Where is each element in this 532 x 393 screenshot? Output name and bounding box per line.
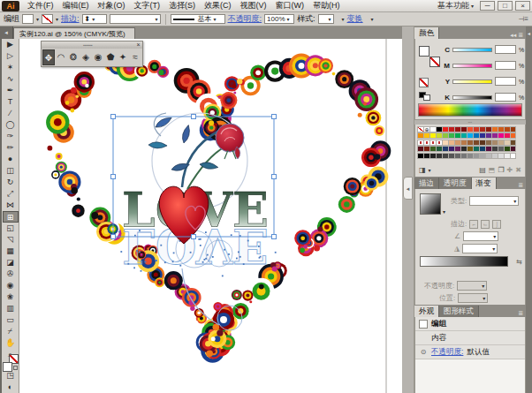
new-color-group-button[interactable]: ❐ — [498, 166, 504, 174]
stroke-weight-input[interactable]: ⬍▾ — [82, 14, 107, 24]
collapse-icon[interactable]: ◂◂ — [510, 32, 516, 38]
minimize-button[interactable]: ─ — [480, 1, 495, 11]
pencil-tool[interactable]: ✏ — [3, 142, 19, 154]
aspect-ratio-input[interactable]: ▾ — [462, 244, 498, 253]
swatch[interactable] — [473, 146, 479, 152]
chevron-down-icon[interactable]: ▾ — [371, 16, 374, 22]
variable-width-profile-select[interactable]: ▾ — [110, 14, 161, 24]
perspective-grid-tool[interactable]: ◹ — [3, 234, 19, 246]
swatch[interactable] — [467, 153, 473, 159]
rose[interactable] — [148, 113, 244, 189]
tab-color[interactable]: 颜色 — [414, 27, 439, 39]
swatch[interactable] — [504, 140, 510, 146]
transform-link[interactable]: 变换 — [347, 13, 363, 25]
eyedropper-tool[interactable]: ✇ — [3, 268, 19, 280]
channel-value-input[interactable] — [495, 45, 516, 54]
chevron-down-icon[interactable]: ▾ — [342, 16, 345, 22]
shape-builder-tool[interactable]: ◱ — [3, 223, 19, 234]
menu-item-6[interactable]: 视图(V) — [236, 0, 271, 11]
stroke-along-button[interactable]: ⌙ — [481, 220, 490, 229]
swatch[interactable] — [429, 153, 436, 159]
chevron-down-icon[interactable]: ▾ — [443, 208, 445, 215]
stroke-across-button[interactable]: ⌡ — [492, 220, 501, 229]
swatch[interactable] — [479, 132, 485, 139]
swatch[interactable] — [479, 126, 485, 132]
gradient-type-select[interactable]: ▾ — [469, 196, 519, 206]
hand-tool[interactable]: ✋ — [3, 337, 19, 349]
panel-menu-icon[interactable]: ≣ — [518, 182, 523, 188]
appearance-row-group[interactable]: 编组 — [415, 317, 525, 331]
channel-value-input[interactable] — [495, 77, 516, 86]
swatch[interactable] — [460, 146, 467, 152]
stroke-link[interactable]: 描边: — [61, 13, 80, 25]
swatch[interactable] — [423, 132, 429, 139]
swatch[interactable] — [479, 153, 485, 159]
swatch[interactable] — [454, 153, 460, 159]
scale-tool[interactable]: ⤢ — [3, 188, 19, 200]
swatch[interactable] — [448, 146, 454, 152]
fill-proxy[interactable] — [3, 362, 12, 372]
pucker-tool[interactable]: ◈ — [80, 49, 92, 65]
swatch[interactable] — [454, 140, 460, 146]
lasso-tool[interactable]: ∿ — [3, 73, 19, 85]
tab-gradient[interactable]: 渐变 — [472, 178, 497, 189]
swatch[interactable] — [510, 146, 516, 152]
swatch[interactable] — [417, 132, 423, 139]
swatch[interactable] — [442, 132, 448, 139]
swatch[interactable] — [498, 140, 504, 146]
swatch[interactable] — [417, 153, 423, 159]
swatch[interactable] — [448, 153, 454, 159]
panel-menu-icon[interactable]: ≣ — [518, 310, 523, 316]
close-icon[interactable]: × — [134, 42, 142, 49]
swatch[interactable] — [485, 146, 491, 152]
menu-item-4[interactable]: 选择(S) — [164, 0, 200, 11]
selection-handle[interactable] — [272, 175, 277, 179]
chevron-down-icon[interactable]: ▾ — [56, 16, 58, 22]
swatch[interactable] — [442, 146, 448, 152]
angle-input[interactable]: ▾ — [463, 231, 498, 241]
selection-handle[interactable] — [272, 115, 277, 119]
menu-item-8[interactable]: 帮助(H) — [308, 0, 345, 11]
swatch[interactable] — [467, 126, 473, 132]
gradient-thumbnail[interactable] — [420, 193, 441, 215]
workspace-switcher[interactable]: 基本功能 ▾ — [434, 0, 477, 11]
black-white-swatches[interactable] — [419, 92, 431, 101]
swatch[interactable] — [448, 132, 454, 139]
wrinkle-tool[interactable]: ≈ — [129, 49, 141, 65]
selection-handle[interactable] — [111, 175, 116, 179]
swatch[interactable] — [479, 140, 485, 146]
stepper-icon[interactable]: ⬍ — [85, 15, 91, 23]
rectangle-tool[interactable]: ◯ — [3, 119, 19, 131]
artboard[interactable]: LOVE LOVE — [19, 39, 402, 393]
dock-edge[interactable]: ◂ — [526, 26, 532, 393]
swatch[interactable] — [436, 126, 442, 132]
opacity-input[interactable]: 100%▾ — [264, 14, 294, 24]
width-tool[interactable]: ⋈ — [3, 200, 19, 211]
swatch[interactable] — [504, 153, 510, 159]
menu-item-2[interactable]: 对象(O) — [94, 0, 130, 11]
swatch[interactable] — [485, 132, 491, 139]
swatch[interactable] — [442, 140, 448, 146]
tab-graphic-styles[interactable]: 图形样式 — [439, 306, 479, 317]
tab-stroke[interactable]: 描边 — [414, 178, 439, 189]
selection-handle[interactable] — [192, 115, 196, 119]
selection-handle[interactable] — [272, 235, 277, 239]
fill-stroke-indicator[interactable] — [3, 362, 19, 364]
swatch[interactable] — [504, 132, 510, 139]
selection-handle[interactable] — [111, 235, 116, 239]
registration-swatch[interactable]: ⊕ — [423, 126, 429, 132]
swatch[interactable] — [460, 140, 467, 146]
tab-transparency[interactable]: 透明度 — [439, 178, 472, 189]
close-button[interactable]: × — [515, 1, 530, 11]
stroke-within-button[interactable]: ⌐ — [469, 220, 478, 229]
stroke-proxy[interactable] — [429, 57, 440, 67]
swatch[interactable] — [504, 146, 510, 152]
swatch[interactable] — [504, 126, 510, 132]
swatch[interactable] — [454, 126, 460, 132]
line-segment-tool[interactable]: ∕ — [3, 108, 19, 119]
opacity-link[interactable]: 不透明度: — [228, 13, 262, 25]
rotate-tool[interactable]: ↻ — [3, 177, 19, 188]
swatch[interactable] — [436, 132, 442, 139]
menu-item-1[interactable]: 编辑(E) — [58, 0, 94, 11]
brush-definition-select[interactable]: 基本▾ — [171, 14, 225, 24]
